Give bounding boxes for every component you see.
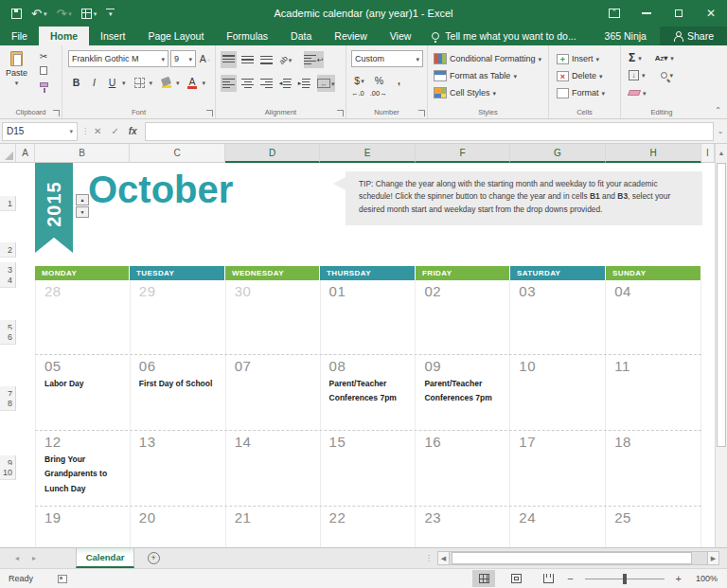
day-cell[interactable]: 04 [606, 280, 701, 354]
italic-button[interactable]: I [86, 74, 102, 91]
page-break-view-button[interactable] [537, 570, 559, 587]
column-header-a[interactable]: A [16, 144, 35, 163]
day-cell[interactable]: 06First Day of School [131, 355, 226, 430]
day-cell[interactable]: 25 [606, 507, 701, 547]
format-as-table-button[interactable]: Format as Table▾ [434, 68, 517, 83]
day-cell[interactable]: 21 [226, 507, 321, 547]
day-cell[interactable]: 13 [131, 431, 226, 506]
tab-formulas[interactable]: Formulas [215, 27, 279, 45]
day-cell[interactable]: 02 [416, 280, 510, 354]
number-format-select[interactable]: Custom▾ [351, 50, 423, 67]
row-header-4[interactable]: 4 [0, 273, 16, 288]
font-dialog-launcher-icon[interactable] [206, 110, 213, 116]
font-color-button[interactable]: A [185, 74, 201, 91]
row-header-10[interactable]: 10 [0, 465, 16, 480]
day-cell[interactable]: 16 [416, 431, 510, 506]
day-cell[interactable]: 09Parent/Teacher Conferences 7pm [416, 355, 510, 430]
row-header-8[interactable]: 8 [0, 396, 16, 411]
day-cell[interactable]: 29 [131, 280, 226, 354]
name-box[interactable]: D15▾ [2, 122, 78, 141]
new-sheet-button[interactable]: + [134, 548, 172, 568]
cell-styles-button[interactable]: Cell Styles▾ [434, 85, 496, 100]
vertical-scroll-thumb[interactable] [717, 163, 726, 447]
day-cell[interactable]: 14 [226, 431, 321, 506]
day-cell[interactable]: 18 [606, 431, 701, 506]
zoom-out-button[interactable]: − [559, 573, 580, 584]
spinner-down-button[interactable]: ▼ [76, 206, 89, 218]
collapse-ribbon-icon[interactable]: ⌃ [715, 106, 721, 115]
day-cell[interactable]: 15 [321, 431, 417, 506]
account-name[interactable]: 365 Ninja [592, 27, 660, 45]
close-button[interactable]: ✕ [695, 0, 727, 27]
day-cell[interactable]: 30 [226, 280, 321, 354]
horizontal-scroll-thumb[interactable] [452, 552, 692, 564]
day-cell[interactable]: 08Parent/Teacher Conferences 7pm [321, 355, 417, 430]
format-painter-button[interactable] [36, 79, 51, 91]
align-right-button[interactable] [258, 75, 275, 92]
increase-indent-button[interactable]: ▸ [296, 75, 312, 92]
scroll-left-icon[interactable]: ◀ [437, 551, 450, 565]
column-header-h[interactable]: H [606, 144, 701, 163]
column-header-g[interactable]: G [510, 144, 606, 163]
column-header-i[interactable]: I [701, 144, 715, 163]
clipboard-dialog-launcher-icon[interactable] [53, 110, 60, 116]
underline-button[interactable]: U [104, 74, 120, 91]
name-box-splitter[interactable]: ⋮ [81, 127, 90, 135]
day-cell[interactable]: 23 [416, 507, 510, 547]
select-all-corner[interactable] [0, 144, 16, 163]
decrease-decimal-button[interactable]: .00→ [370, 89, 387, 98]
redo-button[interactable]: ↷▾ [56, 8, 71, 20]
vertical-scrollbar[interactable]: ▲ [715, 144, 727, 547]
macro-record-icon[interactable] [58, 575, 67, 583]
column-header-d[interactable]: D [225, 144, 320, 163]
zoom-level-label[interactable]: 100% [689, 574, 718, 583]
day-cell[interactable]: 10 [510, 355, 606, 430]
row-header-1[interactable]: 1 [0, 196, 16, 211]
currency-button[interactable]: $▾ [351, 72, 367, 89]
middle-align-button[interactable] [239, 51, 256, 68]
number-dialog-launcher-icon[interactable] [418, 110, 425, 116]
row-header-2[interactable]: 2 [0, 242, 16, 258]
ribbon-display-options-button[interactable]: ⌃ [598, 0, 630, 27]
merge-center-button[interactable]: ↔▾ [317, 75, 335, 92]
format-cells-button[interactable]: Format▾ [557, 85, 605, 100]
column-header-e[interactable]: E [320, 144, 416, 163]
bottom-align-button[interactable] [258, 51, 275, 68]
clear-button[interactable]: ▾ [629, 85, 647, 100]
insert-cells-button[interactable]: + Insert▾ [557, 51, 599, 66]
day-cell[interactable]: 17 [510, 431, 606, 506]
expand-formula-bar-icon[interactable]: ⌄ [714, 127, 727, 135]
day-cell[interactable]: 19 [36, 507, 131, 547]
undo-button[interactable]: ↶▾ [31, 8, 46, 20]
minimize-button[interactable] [630, 0, 663, 27]
fill-color-button[interactable] [158, 74, 174, 91]
percent-button[interactable]: % [371, 72, 387, 89]
conditional-formatting-button[interactable]: Conditional Formatting▾ [434, 51, 541, 66]
cut-button[interactable]: ✂ [36, 50, 51, 62]
font-size-select[interactable]: 9▾ [170, 50, 196, 67]
paste-button[interactable]: Paste▾ [6, 51, 27, 86]
save-icon[interactable] [11, 9, 22, 19]
bold-button[interactable]: B [68, 74, 84, 91]
sheet-tab-calendar[interactable]: Calendar [76, 548, 134, 568]
zoom-in-button[interactable]: + [668, 573, 689, 584]
borders-button[interactable] [132, 74, 148, 91]
day-cell[interactable]: 01 [321, 280, 417, 354]
increase-decimal-button[interactable]: ←.0 [351, 89, 364, 98]
copy-button[interactable] [36, 64, 51, 77]
day-cell[interactable]: 11 [606, 355, 701, 430]
share-button[interactable]: Share [660, 27, 727, 45]
page-layout-view-button[interactable] [505, 570, 527, 587]
scroll-right-icon[interactable]: ▶ [707, 551, 719, 565]
restore-button[interactable] [663, 0, 695, 27]
scroll-up-icon[interactable]: ▲ [716, 146, 727, 161]
day-cell[interactable]: 22 [321, 507, 417, 547]
grow-font-button[interactable]: A▴ [197, 50, 213, 67]
tab-insert[interactable]: Insert [89, 27, 136, 45]
comma-style-button[interactable]: , [391, 72, 407, 89]
day-cell[interactable]: 20 [131, 507, 226, 547]
zoom-slider-thumb[interactable] [623, 574, 627, 584]
horizontal-scrollbar[interactable]: ⋮ ◀ ▶ [425, 548, 727, 568]
spinner-up-button[interactable]: ▲ [76, 194, 89, 205]
month-title[interactable]: October [88, 169, 233, 211]
